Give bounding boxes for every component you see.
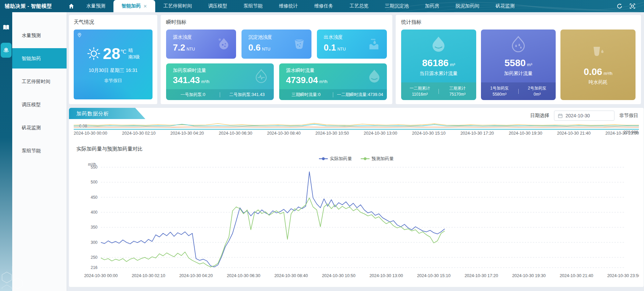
overview-time-labels: 2024-10-30 00:002024-10-30 02:102024-10-…	[74, 131, 639, 136]
sidebar-item-智能加药[interactable]: 智能加药	[12, 48, 67, 69]
tab-close-icon[interactable]: ✕	[143, 4, 147, 9]
svg-text:2024-10-30 21:40: 2024-10-30 21:40	[560, 273, 593, 278]
svg-text:500: 500	[91, 180, 97, 185]
sidebar-item-泵组节能[interactable]: 泵组节能	[12, 140, 67, 161]
time-tick-label: 2024-10-30 17:20	[460, 131, 494, 136]
overview-min-label: 0.08	[79, 124, 87, 129]
tab-脱泥加药间[interactable]: 脱泥加药间	[447, 0, 487, 12]
sidebar-item-矾花监测[interactable]: 矾花监测	[12, 117, 67, 138]
metric-card-出水浊度: 出水浊度0.1NTU	[317, 30, 387, 59]
tab-工艺停留时间[interactable]: 工艺停留时间	[155, 0, 200, 12]
location-pin-icon	[77, 33, 82, 38]
stat-cards: 86186m³当日源水累计流量一二期累计11016m³三期累计75170m³55…	[401, 30, 636, 100]
temperature-value: 28℃	[103, 46, 126, 61]
weather-holiday: 非节假日	[74, 78, 153, 84]
flow-card-footer: 三期瞬时流量:0一二期瞬时流量:4739.04	[279, 89, 387, 100]
beaker-icon	[292, 37, 307, 52]
droplet-icon	[366, 69, 382, 84]
date-select-label: 日期选择	[530, 113, 549, 119]
droplet-drops-icon	[509, 35, 527, 54]
calendar-icon	[558, 113, 563, 118]
metric-card-沉淀池浊度: 沉淀池浊度0.6NTU	[242, 30, 311, 59]
svg-text:2024-10-30 19:30: 2024-10-30 19:30	[512, 273, 546, 278]
legend-item-实际加药量[interactable]: 实际加药量	[319, 156, 352, 162]
tab-调压模型[interactable]: 调压模型	[200, 0, 235, 12]
svg-text:2024-10-30 02:10: 2024-10-30 02:10	[132, 273, 165, 278]
stat-sub-right: 2号加药泵0m³	[519, 85, 556, 97]
time-tick-label: 2024-10-30 13:00	[364, 131, 397, 136]
book-icon	[3, 24, 10, 31]
droplet-pulse-icon	[253, 69, 269, 84]
tab-智能加药[interactable]: 智能加药✕	[113, 0, 155, 12]
weather-panel: 天气情况 28℃ 晴 南3级 10月30日 星期三 16:31	[69, 15, 157, 104]
home-button[interactable]	[65, 0, 78, 12]
tab-label: 维修任务	[314, 3, 333, 9]
weather-condition: 晴 南3级	[128, 47, 140, 60]
stat-sub-left: 一二期累计11016m³	[401, 85, 439, 97]
stat-value: 0.06m³/h	[584, 67, 612, 77]
stats-panel: 统计指标 86186m³当日源水累计流量一二期累计11016m³三期累计7517…	[396, 15, 641, 104]
line-chart-svg: m³/h5505004504003503002502162024-10-30 0…	[74, 162, 639, 281]
sidebar-item-水量预测[interactable]: 水量预测	[12, 25, 67, 45]
fullscreen-button[interactable]	[629, 3, 636, 9]
time-tick-label: 2024-10-30 06:30	[219, 131, 252, 136]
cube-model-icon	[3, 47, 10, 54]
svg-text:2024-10-30 23:50: 2024-10-30 23:50	[607, 273, 639, 278]
svg-text:2024-10-30 08:40: 2024-10-30 08:40	[274, 273, 308, 278]
icon-rail	[0, 12, 12, 291]
stat-label: 吨水药耗	[589, 79, 608, 85]
tab-泵组节能[interactable]: 泵组节能	[235, 0, 271, 12]
svg-text:300: 300	[91, 240, 97, 245]
stat-card-footer: 1号加药泵5580m³2号加药泵0m³	[481, 82, 556, 100]
svg-text:350: 350	[91, 225, 97, 230]
water-wave-icon	[367, 37, 382, 52]
stat-value: 86186m³	[422, 58, 455, 68]
analysis-tab: 加药数据分析	[69, 108, 145, 119]
tab-水量预测[interactable]: 水量预测	[78, 0, 113, 12]
sun-icon	[87, 46, 101, 61]
fullscreen-icon	[629, 3, 636, 9]
flow-sub-right: 一二期瞬时流量:4739.04	[333, 92, 387, 98]
tab-加药房[interactable]: 加药房	[417, 0, 447, 12]
metric-card-源水浊度: 源水浊度7.2NTU	[166, 30, 236, 59]
weather-panel-title: 天气情况	[74, 19, 153, 25]
tab-label: 加药房	[425, 3, 439, 9]
svg-text:2024-10-30 15:10: 2024-10-30 15:10	[417, 273, 451, 278]
svg-text:250: 250	[91, 255, 97, 260]
tab-label: 泵组节能	[244, 3, 263, 9]
sidebar-item-工艺停留时间[interactable]: 工艺停留时间	[12, 71, 67, 92]
instant-metrics-panel: 瞬时指标 源水浊度7.2NTU沉淀池浊度0.6NTU出水浊度0.1NTU 加药泵…	[161, 15, 392, 104]
stat-card-吨水药耗: 0.06m³/h吨水药耗	[560, 30, 636, 100]
instant-panel-title: 瞬时指标	[166, 19, 387, 25]
tab-label: 矾花监测	[496, 3, 515, 9]
sidebar-nav: 水量预测智能加药工艺停留时间调压模型矾花监测泵组节能	[12, 12, 67, 291]
date-picker-input[interactable]: 2024-10-30	[554, 111, 614, 121]
tab-维修统计[interactable]: 维修统计	[271, 0, 306, 12]
stat-label: 加药累计流量	[504, 71, 533, 77]
data-zoom-strip[interactable]: 0.08 220.906	[74, 122, 639, 130]
tab-bar: 水量预测智能加药✕工艺停留时间调压模型泵组节能维修统计维修任务工艺总览三期沉淀池…	[78, 0, 523, 12]
refresh-icon	[616, 3, 623, 9]
flow-sub-left: 三期瞬时流量:0	[279, 92, 333, 98]
tab-维修任务[interactable]: 维修任务	[306, 0, 341, 12]
refresh-button[interactable]	[616, 3, 623, 9]
flow-sub-left: 一号加药泵:0	[166, 92, 220, 98]
legend-item-预测加药量[interactable]: 预测加药量	[361, 156, 394, 162]
model-rail-button[interactable]	[1, 43, 12, 58]
flow-card-footer: 一号加药泵:0二号加药泵:341.43	[166, 89, 274, 100]
flow-card-加药泵瞬时流量: 加药泵瞬时流量341.43m³/h一号加药泵:0二号加药泵:341.43	[166, 63, 274, 100]
date-value: 2024-10-30	[566, 113, 590, 118]
time-tick-label: 2024-10-30 21:40	[557, 131, 591, 136]
tab-三期沉淀池[interactable]: 三期沉淀池	[377, 0, 417, 12]
holiday-indicator: 非节假日	[619, 113, 638, 119]
comparison-chart: m³/h5505004504003503002502162024-10-30 0…	[74, 162, 639, 283]
sidebar-item-调压模型[interactable]: 调压模型	[12, 94, 67, 115]
time-tick-label: 2024-10-30 00:00	[74, 131, 107, 136]
svg-text:2024-10-30 00:00: 2024-10-30 00:00	[84, 273, 118, 278]
svg-text:550: 550	[91, 165, 97, 170]
tab-工艺总览[interactable]: 工艺总览	[341, 0, 377, 12]
stat-label: 当日源水累计流量	[419, 71, 458, 77]
tab-矾花监测[interactable]: 矾花监测	[487, 0, 523, 12]
app-title: 辅助决策 - 智能模型	[0, 0, 65, 12]
book-rail-button[interactable]	[0, 22, 12, 33]
